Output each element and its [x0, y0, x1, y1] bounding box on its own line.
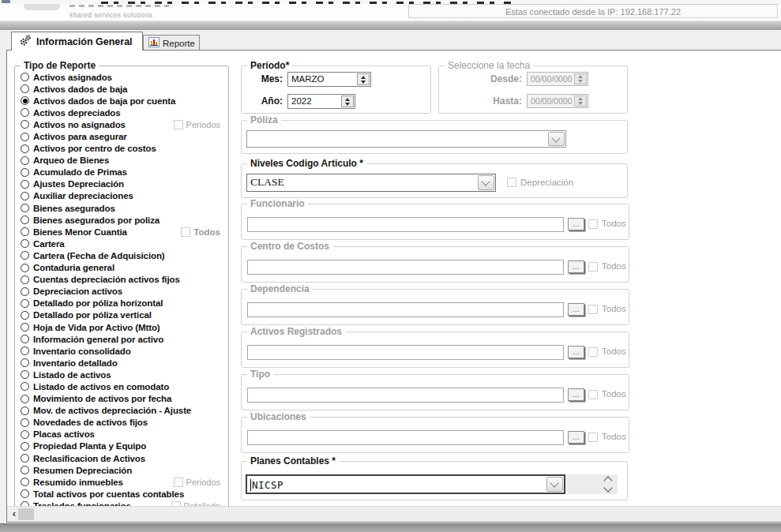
lookup-input[interactable]	[247, 302, 564, 317]
scroll-thumb[interactable]	[18, 508, 34, 520]
radio-button[interactable]	[21, 251, 29, 260]
radio-button[interactable]	[21, 347, 29, 355]
radio-button[interactable]	[21, 144, 29, 153]
report-type-option[interactable]: Activos depreciados	[18, 107, 227, 118]
radio-button[interactable]	[21, 395, 29, 403]
report-type-option[interactable]: Activos asignados	[18, 71, 227, 83]
report-type-option[interactable]: Placas activos	[18, 429, 227, 440]
report-type-option[interactable]: Arqueo de Bienes	[18, 155, 227, 167]
radio-button[interactable]	[21, 73, 29, 81]
radio-button[interactable]	[21, 96, 29, 105]
todos-checkbox[interactable]	[588, 390, 598, 399]
report-type-option[interactable]: Inventario detallado	[18, 357, 227, 369]
report-type-option[interactable]: Cuentas depreciación activos fijos	[18, 274, 227, 286]
radio-button[interactable]	[21, 108, 29, 117]
browse-button[interactable]: ...	[568, 218, 584, 230]
report-type-option[interactable]: Bienes asegurados por poliza	[18, 214, 227, 226]
radio-button[interactable]	[21, 358, 29, 367]
report-type-option[interactable]: Listado de activos en comodato	[18, 380, 227, 392]
radio-button[interactable]	[21, 489, 29, 498]
radio-button[interactable]	[21, 382, 29, 391]
browse-button[interactable]: ...	[568, 431, 584, 444]
radio-button[interactable]	[21, 192, 29, 200]
spinner-buttons[interactable]	[574, 73, 587, 84]
report-type-option[interactable]: Activos para asegurar	[18, 130, 227, 142]
report-type-option[interactable]: Auxiliar depreciaciones	[18, 190, 227, 202]
browse-button[interactable]: ...	[568, 260, 584, 273]
radio-button[interactable]	[21, 275, 29, 284]
lookup-input[interactable]	[247, 217, 564, 232]
lookup-input[interactable]	[247, 430, 564, 445]
browse-button[interactable]: ...	[568, 303, 584, 316]
report-type-option[interactable]: Detallado por póliza vertical	[18, 309, 227, 321]
report-type-option[interactable]: Ajustes Depreciación	[18, 178, 227, 190]
planes-contables-select[interactable]: NICSP	[246, 474, 565, 494]
radio-button[interactable]	[21, 227, 29, 236]
poliza-select[interactable]	[246, 130, 566, 148]
report-type-option[interactable]: Hoja de Vida por Activo (Mtto)	[18, 321, 227, 333]
report-type-option[interactable]: Bienes asegurados	[18, 202, 227, 214]
depreciacion-checkbox[interactable]	[507, 178, 516, 187]
radio-button[interactable]	[21, 323, 29, 332]
todos-checkbox[interactable]	[588, 305, 598, 314]
lookup-input[interactable]	[247, 388, 564, 403]
report-type-option[interactable]: Detallado por póliza horizontal	[18, 298, 227, 309]
report-type-option[interactable]: Novedades de activos fijos	[18, 417, 227, 429]
report-type-option[interactable]: Acumulado de Primas	[18, 167, 227, 178]
report-type-option[interactable]: Total activos por cuentas contables	[18, 488, 227, 500]
radio-button[interactable]	[21, 180, 29, 189]
scroll-down-icon[interactable]	[603, 483, 612, 492]
report-type-option[interactable]: Movimiento de activos por fecha	[18, 393, 227, 405]
report-type-option[interactable]: Activos dados de baja	[18, 83, 227, 95]
desde-spinner[interactable]: 00/00/0000	[527, 72, 588, 86]
report-type-option[interactable]: Activos por centro de costos	[18, 143, 227, 155]
radio-button[interactable]	[21, 478, 29, 486]
radio-button[interactable]	[21, 264, 29, 272]
report-type-option[interactable]: Cartera	[18, 238, 227, 249]
todos-checkbox[interactable]	[588, 262, 598, 272]
report-type-option[interactable]: Listado de activos	[18, 369, 227, 380]
dropdown-button[interactable]	[546, 477, 563, 492]
todos-checkbox[interactable]	[588, 347, 598, 357]
radio-button[interactable]	[21, 215, 29, 224]
todos-checkbox[interactable]	[588, 219, 598, 229]
report-type-option[interactable]: Reclasificacion de Activos	[18, 452, 227, 464]
spinner-buttons[interactable]	[574, 96, 587, 107]
niveles-select[interactable]: CLASE	[246, 174, 496, 192]
spinner-buttons[interactable]	[341, 96, 354, 107]
mes-spinner[interactable]: MARZO	[287, 72, 371, 87]
report-type-option[interactable]: Resumen Depreciación	[18, 464, 227, 476]
radio-button[interactable]	[21, 442, 29, 451]
radio-button[interactable]	[21, 370, 29, 379]
option-checkbox[interactable]	[174, 120, 183, 129]
anio-spinner[interactable]: 2022	[287, 94, 355, 109]
radio-button[interactable]	[21, 299, 29, 308]
radio-button[interactable]	[21, 406, 29, 415]
browse-button[interactable]: ...	[568, 346, 584, 358]
report-type-option[interactable]: Bienes Menor Cuantia Todos	[18, 226, 227, 238]
tab-informacion-general[interactable]: Información General	[11, 32, 143, 51]
report-type-option[interactable]: Información general por activo	[18, 333, 227, 345]
radio-button[interactable]	[21, 168, 29, 177]
radio-button[interactable]	[21, 335, 29, 343]
option-checkbox[interactable]	[174, 478, 183, 487]
radio-button[interactable]	[21, 430, 29, 439]
todos-checkbox[interactable]	[588, 433, 598, 442]
lookup-input[interactable]	[247, 345, 564, 360]
radio-button[interactable]	[21, 454, 29, 463]
hasta-spinner[interactable]: 00/00/0000	[527, 94, 588, 108]
browse-button[interactable]: ...	[568, 388, 584, 401]
radio-button[interactable]	[21, 156, 29, 165]
report-type-option[interactable]: Contaduria general	[18, 262, 227, 274]
spinner-buttons[interactable]	[357, 73, 370, 85]
report-type-option[interactable]: Activos dados de baja por cuenta	[18, 95, 227, 107]
radio-button[interactable]	[21, 287, 29, 296]
report-type-option[interactable]: Depreciacion activos	[18, 286, 227, 298]
dropdown-button[interactable]	[478, 175, 494, 190]
radio-button[interactable]	[21, 204, 29, 212]
report-type-option[interactable]: Inventario consolidado	[18, 345, 227, 357]
tab-reporte[interactable]: Reporte	[143, 35, 200, 51]
lookup-input[interactable]	[247, 260, 564, 275]
radio-button[interactable]	[21, 418, 29, 427]
radio-button[interactable]	[21, 133, 29, 141]
